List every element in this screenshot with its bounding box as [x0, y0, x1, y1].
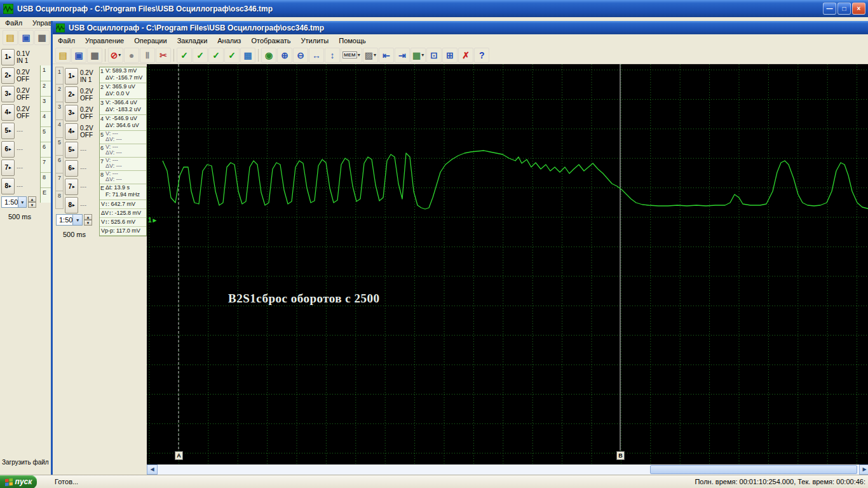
horizontal-scrollbar[interactable]: ◀ ▶: [147, 464, 868, 475]
grid-view-button[interactable]: ▦▾: [410, 48, 426, 63]
channel-1-button[interactable]: 1▸: [1, 49, 15, 65]
index-cell-6[interactable]: 6: [55, 156, 64, 173]
spin-up-icon[interactable]: ▲: [84, 214, 92, 220]
channel-6-button[interactable]: 6▸: [1, 141, 15, 158]
close-button[interactable]: ×: [852, 3, 865, 15]
channel-3-button[interactable]: 3▸: [65, 105, 78, 121]
zoom-out-button[interactable]: ⊖: [293, 48, 308, 63]
open-file-button[interactable]: ▤: [3, 30, 18, 45]
channel-4-button[interactable]: 4▸: [65, 123, 78, 140]
measure-check-4-button[interactable]: ✓: [224, 48, 240, 63]
channel-5-button[interactable]: 5▸: [65, 142, 78, 158]
probe-divider-select[interactable]: 1:50 ▾: [1, 196, 27, 208]
index-cell-8[interactable]: 8: [55, 191, 64, 209]
zoom-in-button[interactable]: ⊕: [277, 48, 292, 63]
channel-7-button[interactable]: 7▸: [1, 159, 15, 176]
back-channel-panel: 1▸0.1VIN 12▸0.2VOFF3▸0.2VOFF4▸0.2VOFF5▸-…: [0, 46, 51, 475]
start-button[interactable]: пуск: [0, 475, 37, 488]
index-cell-5[interactable]: 5: [55, 138, 64, 156]
dropdown-caret-icon: ▾: [118, 52, 121, 58]
menu-item-файл[interactable]: Файл: [0, 18, 27, 28]
front-menubar: ФайлУправлениеОперацииЗакладкиАнализОтоб…: [53, 34, 868, 46]
measure-check-2-button[interactable]: ✓: [193, 48, 208, 63]
menu-item-закладки[interactable]: Закладки: [172, 36, 213, 46]
channel-arrow-icon: ▸: [9, 110, 11, 115]
cut-button[interactable]: ✂: [156, 48, 171, 63]
print-button[interactable]: ▦: [87, 48, 102, 63]
channel-3-button[interactable]: 3▸: [1, 86, 15, 102]
scrollbar-thumb[interactable]: [650, 465, 857, 474]
channel-5-button[interactable]: 5▸: [1, 123, 15, 139]
open-file-button[interactable]: ▤: [55, 48, 71, 63]
fit-vertical-button[interactable]: ↕: [325, 48, 340, 63]
index-cell-4[interactable]: 4: [55, 120, 64, 138]
zoom-wave-button[interactable]: ◉: [261, 48, 276, 63]
image-button[interactable]: ▩: [240, 48, 255, 63]
channel-1-button[interactable]: 1▸: [65, 68, 78, 85]
menu-item-операции[interactable]: Операции: [129, 36, 172, 46]
channel-2-button[interactable]: 2▸: [65, 86, 78, 103]
measurement-row-1: 1V: 589.3 mVΔV: -156.7 mV: [100, 67, 146, 83]
front-window-titlebar[interactable]: USB Осциллограф - C:\Program Files\USB О…: [53, 21, 868, 34]
mem-button-button[interactable]: MEM▾: [341, 48, 362, 63]
record-button[interactable]: ●: [124, 48, 139, 63]
channel-8-button[interactable]: 8▸: [1, 178, 15, 194]
probe-divider-select[interactable]: 1:50 ▾: [56, 214, 83, 226]
cursor-a-handle[interactable]: A: [175, 451, 183, 460]
index-cell-1[interactable]: 1: [55, 67, 64, 85]
spin-down-icon[interactable]: ▼: [28, 202, 36, 208]
chevron-down-icon[interactable]: ▾: [18, 197, 26, 207]
channel-2-button[interactable]: 2▸: [1, 67, 15, 84]
cursor-b-handle[interactable]: B: [616, 451, 625, 460]
menu-item-анализ[interactable]: Анализ: [212, 36, 246, 46]
monitor-button[interactable]: ⊡: [426, 48, 442, 63]
menu-item-отображать[interactable]: Отображать: [246, 36, 295, 46]
index-cell-3[interactable]: 3: [55, 102, 64, 120]
channel-4-button[interactable]: 4▸: [1, 104, 15, 121]
channel-6-button[interactable]: 6▸: [65, 160, 78, 177]
palette-button[interactable]: ▨▾: [363, 48, 378, 63]
menu-item-управление[interactable]: Управление: [80, 36, 129, 46]
maximize-button[interactable]: □: [837, 3, 851, 15]
scroll-left-icon[interactable]: ◀: [147, 464, 158, 475]
measure-check-3-button[interactable]: ✓: [208, 48, 224, 63]
menu-item-помощь[interactable]: Помощь: [334, 36, 371, 46]
chevron-down-icon[interactable]: ▾: [72, 215, 82, 225]
clear-button[interactable]: ✗: [458, 48, 473, 63]
go-start-button[interactable]: ⇤: [379, 48, 394, 63]
stop-acquisition-button[interactable]: ⊘▾: [108, 48, 123, 63]
channel-5-value: ---: [80, 146, 86, 153]
channel-arrow-icon: ▸: [9, 165, 11, 170]
channel-8-button[interactable]: 8▸: [65, 197, 78, 214]
spin-up-icon[interactable]: ▲: [28, 196, 36, 202]
recording-time-info: Полн. время: 00:01:10:254.000, Тек. врем…: [695, 478, 865, 485]
go-end-button[interactable]: ⇥: [395, 48, 410, 63]
measurement-panel: 1V: 589.3 mVΔV: -156.7 mV2V: 365.9 uVΔV:…: [99, 67, 147, 236]
trace-1-marker[interactable]: 1►: [148, 217, 158, 224]
index-cell-2[interactable]: 2: [55, 85, 64, 102]
channel-row: 3▸0.2VOFF: [65, 104, 93, 122]
save-file-button[interactable]: ▣: [18, 30, 34, 45]
menu-item-файл[interactable]: Файл: [53, 36, 80, 46]
monitor-alt-button[interactable]: ⊞: [442, 48, 458, 63]
minimize-button[interactable]: —: [823, 3, 836, 15]
measurement-row-5: 5V: ---ΔV: ---: [100, 131, 146, 144]
go-start-icon: ⇤: [383, 51, 390, 60]
scroll-right-icon[interactable]: ▶: [859, 464, 868, 475]
channel-arrow-icon: ▸: [72, 147, 75, 152]
help-button[interactable]: ?: [474, 48, 489, 63]
save-file-button[interactable]: ▣: [71, 48, 86, 63]
measure-check-1-button[interactable]: ✓: [177, 48, 192, 63]
menu-item-утилиты[interactable]: Утилиты: [296, 36, 334, 46]
fit-horizontal-button[interactable]: ↔: [309, 48, 324, 63]
print-button[interactable]: ▦: [34, 30, 50, 45]
spin-down-icon[interactable]: ▼: [84, 220, 92, 226]
back-window-titlebar[interactable]: USB Осциллограф - C:\Program Files\USB О…: [0, 0, 868, 17]
index-cell-7[interactable]: 7: [55, 173, 64, 191]
channel-5-value: ---: [17, 127, 23, 134]
scope-display[interactable]: 1► B2S1сброс оборотов с 2500 A B: [147, 64, 868, 464]
channel-7-button[interactable]: 7▸: [65, 179, 78, 195]
dropdown-caret-icon: ▾: [358, 52, 360, 58]
dropdown-caret-icon: ▾: [421, 52, 424, 58]
pause-button[interactable]: Ⅱ: [140, 48, 155, 63]
